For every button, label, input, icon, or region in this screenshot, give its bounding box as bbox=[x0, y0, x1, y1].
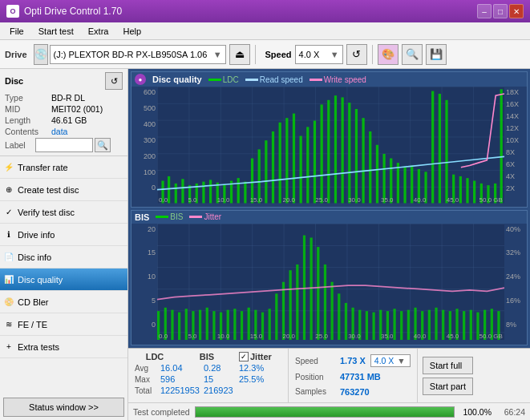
progress-section: Test completed 100.0% 66:24 bbox=[128, 402, 530, 420]
sidebar-item-verify-test-disc[interactable]: ✓ Verify test disc bbox=[0, 201, 127, 224]
y-axis-left-bottom: 20151050 bbox=[131, 224, 157, 341]
maximize-button[interactable]: □ bbox=[493, 4, 508, 18]
transfer-rate-label: Transfer rate bbox=[18, 163, 68, 172]
y-axis-right-bottom: 40%32%24%16%8% bbox=[504, 224, 527, 341]
max-ldc: 596 bbox=[160, 374, 200, 384]
sidebar-item-disc-quality[interactable]: 📊 Disc quality bbox=[0, 269, 127, 291]
speed-select[interactable]: 4.0 X ▼ bbox=[295, 45, 343, 64]
sidebar-item-cd-bler[interactable]: 📀 CD Bler bbox=[0, 291, 127, 313]
total-bis: 216923 bbox=[204, 386, 233, 395]
svg-rect-33 bbox=[376, 145, 378, 204]
svg-rect-77 bbox=[317, 247, 319, 340]
svg-rect-16 bbox=[258, 149, 261, 203]
jitter-legend-color bbox=[189, 216, 202, 218]
bottom-chart-legend: BIS Jitter bbox=[156, 212, 221, 221]
menu-file[interactable]: File bbox=[3, 25, 30, 38]
ldc-legend-label: LDC bbox=[223, 75, 239, 84]
svg-rect-51 bbox=[500, 89, 503, 203]
refresh-button[interactable]: ↺ bbox=[346, 44, 367, 65]
drive-label: Drive bbox=[5, 50, 27, 59]
jitter-legend: Jitter bbox=[189, 212, 221, 221]
title-bar: O Opti Drive Control 1.70 – □ ✕ bbox=[0, 0, 530, 22]
start-part-button[interactable]: Start part bbox=[423, 378, 473, 395]
avg-ldc: 16.04 bbox=[160, 363, 200, 373]
menu-start-test[interactable]: Start test bbox=[32, 25, 80, 38]
svg-rect-74 bbox=[296, 264, 298, 340]
progress-label: Test completed bbox=[133, 407, 190, 417]
start-full-button[interactable]: Start full bbox=[423, 357, 473, 374]
bottom-chart-header: BIS BIS Jitter bbox=[131, 211, 527, 224]
cd-bler-icon: 📀 bbox=[3, 297, 14, 308]
close-button[interactable]: ✕ bbox=[509, 4, 524, 18]
transfer-rate-icon: ⚡ bbox=[3, 162, 14, 173]
max-label: Max bbox=[135, 375, 157, 384]
scan-button[interactable]: 🔍 bbox=[402, 44, 423, 65]
svg-rect-19 bbox=[279, 123, 281, 204]
x-axis-labels-top: 0.05.010.015.020.025.030.035.040.045.050… bbox=[157, 196, 504, 204]
charts-container: ● Disc quality LDC Read speed bbox=[128, 69, 530, 348]
status-window-button[interactable]: Status window >> bbox=[3, 398, 124, 417]
sidebar-item-create-test-disc[interactable]: ⊕ Create test disc bbox=[0, 179, 127, 201]
jitter-checkbox-row: ✓ Jitter bbox=[239, 352, 272, 361]
label-text: Label bbox=[5, 140, 34, 150]
disc-info-icon: 📄 bbox=[3, 252, 14, 263]
svg-rect-79 bbox=[331, 281, 334, 340]
right-panel: ● Disc quality LDC Read speed bbox=[128, 69, 530, 420]
contents-label: Contents bbox=[5, 127, 51, 136]
sidebar-item-disc-info[interactable]: 📄 Disc info bbox=[0, 246, 127, 269]
sidebar-item-extra-tests[interactable]: + Extra tests bbox=[0, 336, 127, 358]
drive-info-label: Drive info bbox=[18, 230, 55, 240]
label-search-button[interactable]: 🔍 bbox=[95, 138, 111, 152]
bottom-chart-title: BIS bbox=[135, 212, 149, 222]
color-button[interactable]: 🎨 bbox=[378, 44, 399, 65]
sidebar-item-transfer-rate[interactable]: ⚡ Transfer rate bbox=[0, 156, 127, 179]
disc-quality-icon: 📊 bbox=[3, 274, 14, 285]
svg-rect-43 bbox=[445, 100, 447, 204]
progress-bar bbox=[195, 406, 455, 418]
svg-rect-42 bbox=[439, 94, 441, 204]
top-chart-header: ● Disc quality LDC Read speed bbox=[131, 72, 527, 87]
sidebar-item-drive-info[interactable]: ℹ Drive info bbox=[0, 224, 127, 246]
sidebar-item-fe-te[interactable]: ≋ FE / TE bbox=[0, 313, 127, 336]
drive-icon: 💿 bbox=[34, 44, 48, 65]
bottom-chart: BIS BIS Jitter bbox=[131, 210, 528, 346]
stats-section-buttons: Start full Start part bbox=[418, 349, 478, 402]
stats-section-main: LDC BIS ✓ Jitter Avg 16.04 0.28 12.3% bbox=[128, 349, 289, 402]
speed-stat-label: Speed bbox=[295, 357, 335, 365]
label-input[interactable] bbox=[35, 138, 93, 152]
disc-title: Disc bbox=[5, 76, 23, 86]
jitter-legend-label: Jitter bbox=[204, 212, 221, 221]
read-speed-legend-color bbox=[245, 79, 258, 81]
speed-selector[interactable]: 4.0 X ▼ bbox=[370, 354, 411, 367]
length-label: Length bbox=[5, 115, 51, 125]
minimize-button[interactable]: – bbox=[477, 4, 492, 18]
extra-tests-label: Extra tests bbox=[18, 342, 59, 352]
top-chart-svg bbox=[157, 87, 504, 204]
total-label: Total bbox=[135, 386, 157, 395]
menu-extra[interactable]: Extra bbox=[82, 25, 115, 38]
fe-te-label: FE / TE bbox=[18, 320, 47, 329]
sep1 bbox=[255, 45, 256, 64]
svg-rect-17 bbox=[265, 140, 267, 203]
create-test-disc-icon: ⊕ bbox=[3, 184, 14, 196]
eject-button[interactable]: ⏏ bbox=[229, 44, 250, 65]
samples-label: Samples bbox=[295, 387, 335, 396]
y-axis-right-top: 18X16X14X12X10X8X6X4X2X bbox=[504, 87, 527, 204]
bis-col-header: BIS bbox=[191, 352, 223, 361]
svg-rect-22 bbox=[300, 136, 302, 204]
svg-rect-27 bbox=[334, 95, 337, 203]
top-chart: ● Disc quality LDC Read speed bbox=[131, 71, 528, 208]
main-area: Disc ↺ Type BD-R DL MID MEIT02 (001) Len… bbox=[0, 69, 530, 420]
speed-label: Speed bbox=[265, 50, 292, 59]
svg-rect-23 bbox=[306, 127, 309, 203]
disc-quality-chart-icon: ● bbox=[135, 74, 146, 85]
app-title: Opti Drive Control 1.70 bbox=[24, 6, 122, 17]
disc-quality-label: Disc quality bbox=[18, 275, 63, 285]
jitter-checkbox[interactable]: ✓ bbox=[239, 352, 249, 361]
verify-test-disc-label: Verify test disc bbox=[18, 208, 75, 217]
menu-help[interactable]: Help bbox=[116, 25, 148, 38]
disc-reload-button[interactable]: ↺ bbox=[105, 72, 123, 90]
svg-rect-78 bbox=[324, 264, 326, 340]
drive-select[interactable]: (J:) PLEXTOR BD-R PX-LB950SA 1.06 ▼ bbox=[50, 45, 226, 64]
save-button[interactable]: 💾 bbox=[426, 44, 447, 65]
